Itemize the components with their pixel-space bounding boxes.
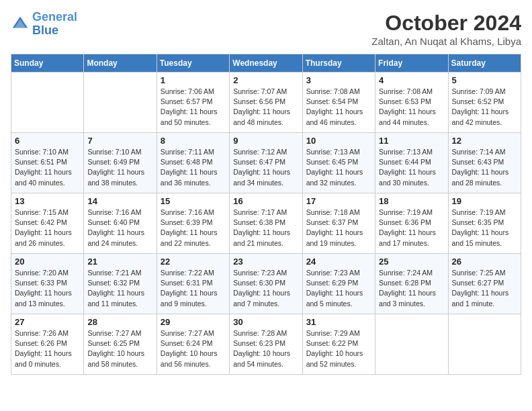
day-detail: Sunrise: 7:23 AMSunset: 6:30 PMDaylight:… bbox=[233, 269, 290, 308]
day-number: 14 bbox=[87, 196, 152, 206]
calendar-cell: 5 Sunrise: 7:09 AMSunset: 6:52 PMDayligh… bbox=[448, 73, 521, 133]
title-block: October 2024 Zaltan, An Nuqat al Khams, … bbox=[371, 11, 521, 47]
calendar-cell: 17 Sunrise: 7:18 AMSunset: 6:37 PMDaylig… bbox=[302, 193, 375, 254]
day-number: 1 bbox=[161, 75, 226, 85]
calendar-cell: 15 Sunrise: 7:16 AMSunset: 6:39 PMDaylig… bbox=[157, 193, 229, 254]
weekday-header: Wednesday bbox=[230, 54, 302, 73]
day-detail: Sunrise: 7:27 AMSunset: 6:24 PMDaylight:… bbox=[161, 329, 218, 368]
day-number: 27 bbox=[15, 317, 80, 327]
day-number: 31 bbox=[306, 317, 371, 327]
weekday-header: Sunday bbox=[11, 54, 84, 73]
day-number: 17 bbox=[306, 196, 371, 206]
calendar-week-row: 27 Sunrise: 7:26 AMSunset: 6:26 PMDaylig… bbox=[11, 314, 521, 375]
page-header: General Blue October 2024 Zaltan, An Nuq… bbox=[11, 11, 521, 47]
calendar-cell: 31 Sunrise: 7:29 AMSunset: 6:22 PMDaylig… bbox=[302, 314, 375, 375]
calendar-cell: 19 Sunrise: 7:19 AMSunset: 6:35 PMDaylig… bbox=[448, 193, 521, 254]
day-number: 7 bbox=[87, 136, 152, 146]
day-number: 6 bbox=[15, 136, 80, 146]
day-number: 16 bbox=[233, 196, 298, 206]
day-detail: Sunrise: 7:27 AMSunset: 6:25 PMDaylight:… bbox=[87, 329, 144, 368]
weekday-header: Monday bbox=[84, 54, 157, 73]
day-detail: Sunrise: 7:18 AMSunset: 6:37 PMDaylight:… bbox=[306, 208, 363, 247]
calendar-cell: 29 Sunrise: 7:27 AMSunset: 6:24 PMDaylig… bbox=[157, 314, 229, 375]
day-number: 21 bbox=[87, 257, 152, 267]
day-detail: Sunrise: 7:11 AMSunset: 6:48 PMDaylight:… bbox=[161, 148, 218, 187]
day-number: 26 bbox=[452, 257, 517, 267]
day-number: 24 bbox=[306, 257, 371, 267]
day-number: 5 bbox=[452, 75, 517, 85]
day-detail: Sunrise: 7:29 AMSunset: 6:22 PMDaylight:… bbox=[306, 329, 363, 368]
day-number: 13 bbox=[15, 196, 80, 206]
calendar-cell: 22 Sunrise: 7:22 AMSunset: 6:31 PMDaylig… bbox=[157, 254, 229, 314]
calendar-cell: 14 Sunrise: 7:16 AMSunset: 6:40 PMDaylig… bbox=[84, 193, 157, 254]
day-number: 11 bbox=[379, 136, 444, 146]
calendar-cell: 8 Sunrise: 7:11 AMSunset: 6:48 PMDayligh… bbox=[157, 133, 229, 193]
day-number: 30 bbox=[233, 317, 298, 327]
day-number: 9 bbox=[233, 136, 298, 146]
calendar-cell: 1 Sunrise: 7:06 AMSunset: 6:57 PMDayligh… bbox=[157, 73, 229, 133]
day-detail: Sunrise: 7:23 AMSunset: 6:29 PMDaylight:… bbox=[306, 269, 363, 308]
day-detail: Sunrise: 7:26 AMSunset: 6:26 PMDaylight:… bbox=[15, 329, 72, 368]
day-detail: Sunrise: 7:16 AMSunset: 6:39 PMDaylight:… bbox=[161, 208, 218, 247]
day-detail: Sunrise: 7:24 AMSunset: 6:28 PMDaylight:… bbox=[379, 269, 436, 308]
calendar-week-row: 1 Sunrise: 7:06 AMSunset: 6:57 PMDayligh… bbox=[11, 73, 521, 133]
day-detail: Sunrise: 7:19 AMSunset: 6:35 PMDaylight:… bbox=[452, 208, 509, 247]
day-number: 19 bbox=[452, 196, 517, 206]
day-detail: Sunrise: 7:25 AMSunset: 6:27 PMDaylight:… bbox=[452, 269, 509, 308]
day-number: 28 bbox=[87, 317, 152, 327]
logo-icon bbox=[11, 15, 30, 34]
calendar-cell bbox=[84, 73, 157, 133]
calendar-week-row: 20 Sunrise: 7:20 AMSunset: 6:33 PMDaylig… bbox=[11, 254, 521, 314]
day-number: 20 bbox=[15, 257, 80, 267]
calendar-cell: 11 Sunrise: 7:13 AMSunset: 6:44 PMDaylig… bbox=[375, 133, 448, 193]
day-detail: Sunrise: 7:09 AMSunset: 6:52 PMDaylight:… bbox=[452, 87, 509, 126]
calendar-cell: 4 Sunrise: 7:08 AMSunset: 6:53 PMDayligh… bbox=[375, 73, 448, 133]
day-detail: Sunrise: 7:28 AMSunset: 6:23 PMDaylight:… bbox=[233, 329, 290, 368]
day-detail: Sunrise: 7:10 AMSunset: 6:51 PMDaylight:… bbox=[15, 148, 72, 187]
calendar-week-row: 6 Sunrise: 7:10 AMSunset: 6:51 PMDayligh… bbox=[11, 133, 521, 193]
calendar-cell: 6 Sunrise: 7:10 AMSunset: 6:51 PMDayligh… bbox=[11, 133, 84, 193]
calendar-cell: 20 Sunrise: 7:20 AMSunset: 6:33 PMDaylig… bbox=[11, 254, 84, 314]
day-detail: Sunrise: 7:13 AMSunset: 6:45 PMDaylight:… bbox=[306, 148, 363, 187]
day-detail: Sunrise: 7:07 AMSunset: 6:56 PMDaylight:… bbox=[233, 87, 290, 126]
calendar-cell: 25 Sunrise: 7:24 AMSunset: 6:28 PMDaylig… bbox=[375, 254, 448, 314]
weekday-header: Tuesday bbox=[157, 54, 229, 73]
calendar-cell: 10 Sunrise: 7:13 AMSunset: 6:45 PMDaylig… bbox=[302, 133, 375, 193]
weekday-header: Thursday bbox=[302, 54, 375, 73]
calendar-cell: 12 Sunrise: 7:14 AMSunset: 6:43 PMDaylig… bbox=[448, 133, 521, 193]
day-number: 8 bbox=[161, 136, 226, 146]
calendar-cell: 2 Sunrise: 7:07 AMSunset: 6:56 PMDayligh… bbox=[230, 73, 302, 133]
calendar-cell bbox=[448, 314, 521, 375]
calendar-cell bbox=[375, 314, 448, 375]
calendar-cell: 18 Sunrise: 7:19 AMSunset: 6:36 PMDaylig… bbox=[375, 193, 448, 254]
day-detail: Sunrise: 7:06 AMSunset: 6:57 PMDaylight:… bbox=[161, 87, 218, 126]
day-number: 29 bbox=[161, 317, 226, 327]
day-detail: Sunrise: 7:10 AMSunset: 6:49 PMDaylight:… bbox=[87, 148, 144, 187]
day-detail: Sunrise: 7:20 AMSunset: 6:33 PMDaylight:… bbox=[15, 269, 72, 308]
day-detail: Sunrise: 7:08 AMSunset: 6:54 PMDaylight:… bbox=[306, 87, 363, 126]
calendar-cell: 7 Sunrise: 7:10 AMSunset: 6:49 PMDayligh… bbox=[84, 133, 157, 193]
calendar-cell: 27 Sunrise: 7:26 AMSunset: 6:26 PMDaylig… bbox=[11, 314, 84, 375]
day-number: 22 bbox=[161, 257, 226, 267]
month-title: October 2024 bbox=[371, 11, 521, 36]
day-number: 10 bbox=[306, 136, 371, 146]
calendar-cell: 21 Sunrise: 7:21 AMSunset: 6:32 PMDaylig… bbox=[84, 254, 157, 314]
calendar-cell: 26 Sunrise: 7:25 AMSunset: 6:27 PMDaylig… bbox=[448, 254, 521, 314]
calendar-cell: 3 Sunrise: 7:08 AMSunset: 6:54 PMDayligh… bbox=[302, 73, 375, 133]
day-detail: Sunrise: 7:13 AMSunset: 6:44 PMDaylight:… bbox=[379, 148, 436, 187]
day-number: 23 bbox=[233, 257, 298, 267]
day-detail: Sunrise: 7:15 AMSunset: 6:42 PMDaylight:… bbox=[15, 208, 72, 247]
day-number: 4 bbox=[379, 75, 444, 85]
calendar-week-row: 13 Sunrise: 7:15 AMSunset: 6:42 PMDaylig… bbox=[11, 193, 521, 254]
calendar-cell: 28 Sunrise: 7:27 AMSunset: 6:25 PMDaylig… bbox=[84, 314, 157, 375]
calendar-cell: 16 Sunrise: 7:17 AMSunset: 6:38 PMDaylig… bbox=[230, 193, 302, 254]
calendar-cell: 24 Sunrise: 7:23 AMSunset: 6:29 PMDaylig… bbox=[302, 254, 375, 314]
calendar-cell: 9 Sunrise: 7:12 AMSunset: 6:47 PMDayligh… bbox=[230, 133, 302, 193]
calendar-cell: 23 Sunrise: 7:23 AMSunset: 6:30 PMDaylig… bbox=[230, 254, 302, 314]
day-detail: Sunrise: 7:16 AMSunset: 6:40 PMDaylight:… bbox=[87, 208, 144, 247]
calendar-table: SundayMondayTuesdayWednesdayThursdayFrid… bbox=[11, 54, 521, 375]
day-number: 12 bbox=[452, 136, 517, 146]
day-detail: Sunrise: 7:12 AMSunset: 6:47 PMDaylight:… bbox=[233, 148, 290, 187]
day-detail: Sunrise: 7:21 AMSunset: 6:32 PMDaylight:… bbox=[87, 269, 144, 308]
day-number: 18 bbox=[379, 196, 444, 206]
